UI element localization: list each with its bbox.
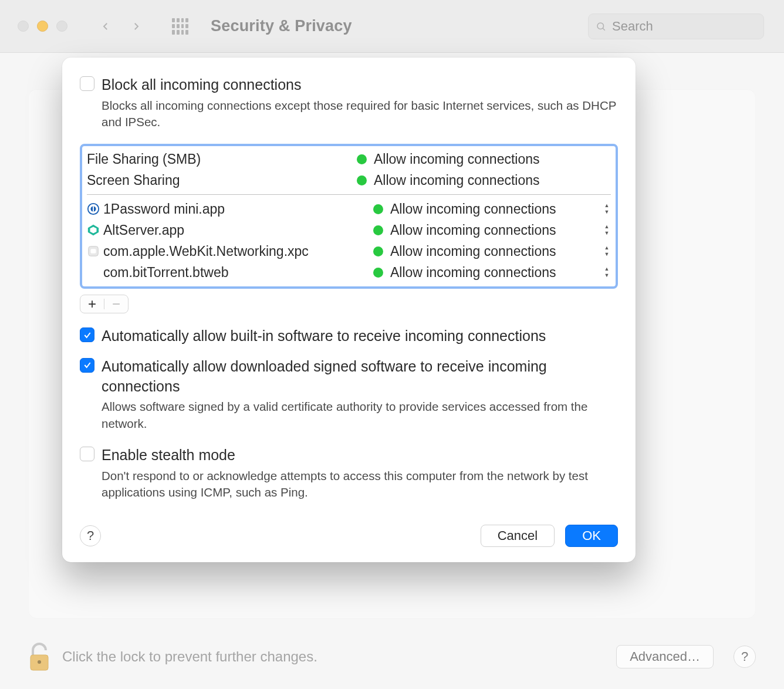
firewall-options-sheet: Block all incoming connections Blocks al… [62, 58, 636, 562]
status-dot-icon [357, 154, 367, 164]
block-all-label: Block all incoming connections [102, 75, 301, 95]
sheet-help-button[interactable]: ? [80, 525, 101, 546]
list-item[interactable]: com.bitTorrent.btwebAllow incoming conne… [87, 262, 611, 283]
cancel-button[interactable]: Cancel [481, 525, 555, 547]
status-dot-icon [357, 175, 367, 185]
zoom-button[interactable] [56, 21, 67, 32]
stealth-label: Enable stealth mode [102, 445, 235, 465]
search-field[interactable] [588, 13, 764, 39]
page-title: Security & Privacy [211, 17, 352, 35]
status-dot-icon [373, 246, 383, 256]
app-name: com.bitTorrent.btweb [103, 265, 373, 281]
stealth-checkbox[interactable] [80, 447, 94, 461]
app-name: Screen Sharing [87, 173, 357, 188]
list-item[interactable]: AltServer.appAllow incoming connections▲… [87, 219, 611, 241]
block-all-checkbox[interactable] [80, 76, 94, 91]
close-button[interactable] [18, 21, 29, 32]
auto-signed-checkbox[interactable] [80, 358, 94, 373]
status-text[interactable]: Allow incoming connections [390, 244, 598, 259]
app-name: File Sharing (SMB) [87, 151, 357, 167]
status-dot-icon [373, 268, 383, 278]
status-popup-arrows-icon[interactable]: ▲▼ [603, 203, 611, 215]
help-button[interactable]: ? [734, 646, 756, 668]
status-text[interactable]: Allow incoming connections [390, 265, 598, 281]
firewall-app-list[interactable]: File Sharing (SMB)Allow incoming connect… [80, 144, 618, 289]
list-item[interactable]: File Sharing (SMB)Allow incoming connect… [87, 148, 611, 170]
stealth-desc: Don't respond to or acknowledge attempts… [102, 468, 618, 501]
status-dot-icon [373, 225, 383, 235]
xpc-icon [87, 245, 100, 258]
auto-builtin-checkbox[interactable] [80, 327, 94, 342]
lock-text: Click the lock to prevent further change… [62, 649, 604, 665]
svg-rect-10 [90, 249, 96, 253]
add-app-button[interactable]: + [80, 295, 104, 313]
status-text[interactable]: Allow incoming connections [390, 201, 598, 217]
advanced-button[interactable]: Advanced… [616, 645, 714, 668]
app-name: com.apple.WebKit.Networking.xpc [103, 244, 373, 259]
list-item[interactable]: com.apple.WebKit.Networking.xpcAllow inc… [87, 241, 611, 262]
auto-signed-desc: Allows software signed by a valid certif… [102, 398, 618, 432]
lock-row: Click the lock to prevent further change… [28, 642, 756, 671]
ok-button[interactable]: OK [565, 525, 618, 547]
app-name: AltServer.app [103, 222, 373, 238]
block-all-desc: Blocks all incoming connections except t… [102, 97, 618, 131]
search-icon [596, 21, 606, 32]
auto-signed-label: Automatically allow downloaded signed so… [102, 357, 618, 397]
remove-app-button[interactable]: − [104, 295, 128, 313]
add-remove-controls: + − [80, 295, 129, 313]
toolbar: Security & Privacy [0, 0, 784, 53]
lock-icon[interactable] [28, 642, 50, 671]
onepassword-icon [87, 202, 100, 215]
status-popup-arrows-icon[interactable]: ▲▼ [603, 245, 611, 257]
auto-builtin-label: Automatically allow built-in software to… [102, 326, 546, 346]
status-popup-arrows-icon[interactable]: ▲▼ [603, 266, 611, 278]
svg-line-1 [603, 28, 605, 31]
status-text[interactable]: Allow incoming connections [390, 222, 598, 238]
list-item[interactable]: 1Password mini.appAllow incoming connect… [87, 198, 611, 219]
list-separator [87, 194, 611, 195]
status-text: Allow incoming connections [374, 151, 611, 167]
window-controls [18, 21, 67, 32]
nav-arrows [100, 21, 141, 32]
show-all-prefs-button[interactable] [172, 18, 188, 35]
none-icon [87, 266, 100, 279]
status-dot-icon [373, 204, 383, 214]
status-popup-arrows-icon[interactable]: ▲▼ [603, 224, 611, 236]
back-button[interactable] [100, 21, 111, 32]
app-name: 1Password mini.app [103, 201, 373, 217]
list-item[interactable]: Screen SharingAllow incoming connections [87, 170, 611, 191]
search-input[interactable] [611, 18, 756, 35]
minimize-button[interactable] [37, 21, 48, 32]
forward-button[interactable] [131, 21, 141, 32]
svg-point-0 [597, 22, 604, 29]
altserver-icon [87, 224, 100, 237]
status-text: Allow incoming connections [374, 173, 611, 188]
svg-rect-6 [93, 207, 94, 212]
svg-point-3 [38, 660, 41, 664]
